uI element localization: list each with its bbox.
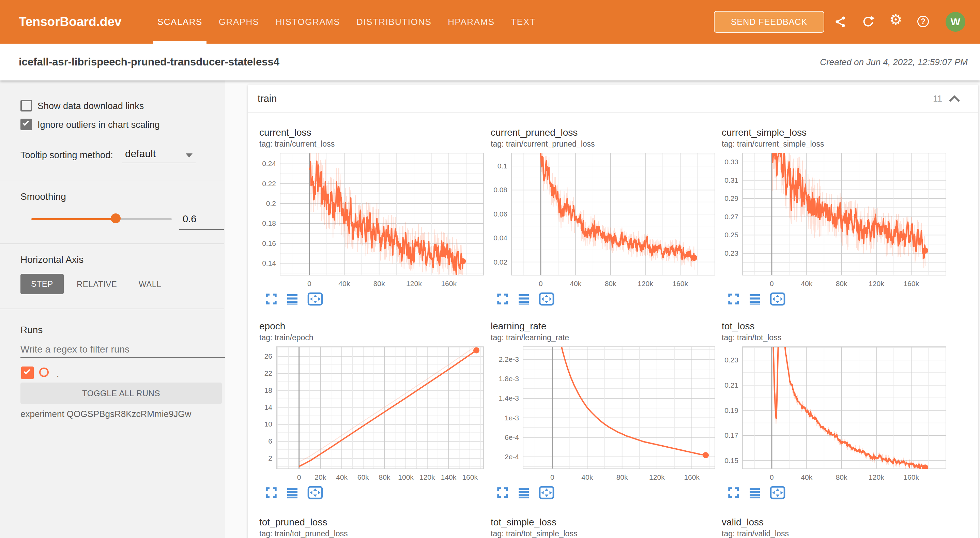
chart-tag: tag: train/learning_rate [491, 333, 716, 342]
show-data-download-links-checkbox[interactable] [21, 100, 32, 112]
toggle-all-runs-button[interactable]: TOGGLE ALL RUNS [21, 383, 222, 404]
ignore-outliers-checkbox[interactable] [21, 119, 32, 130]
train-group-header[interactable]: train 11 [248, 85, 978, 112]
scalar-chart-card: tot_pruned_loss tag: train/tot_pruned_lo… [259, 517, 484, 538]
svg-text:14: 14 [264, 403, 273, 411]
scalar-chart-card: current_pruned_loss tag: train/current_p… [491, 127, 716, 306]
toggle-y-axis-icon[interactable] [749, 293, 761, 305]
experiment-id-label: experiment QOGSPBgsR8KzcRMmie9JGw [21, 409, 191, 419]
fullscreen-icon[interactable] [265, 487, 277, 499]
chart-plot[interactable]: 262218141062020k40k60k80k100k120k140k160… [259, 345, 484, 485]
toggle-y-axis-icon[interactable] [286, 293, 299, 305]
svg-text:80k: 80k [836, 279, 848, 287]
settings-sidebar: Show data download links Ignore outliers… [0, 80, 225, 538]
svg-text:0.08: 0.08 [493, 186, 508, 194]
fullscreen-icon[interactable] [265, 293, 277, 305]
ignore-outliers-label: Ignore outliers in chart scaling [38, 120, 160, 130]
fit-domain-icon[interactable] [539, 486, 554, 500]
svg-text:0.02: 0.02 [493, 258, 508, 266]
app-header: TensorBoard.dev SCALARS GRAPHS HISTOGRAM… [0, 0, 980, 44]
send-feedback-button[interactable]: SEND FEEDBACK [714, 11, 824, 33]
chart-plot[interactable]: 0.330.310.290.270.250.23040k80k120k160k [722, 151, 947, 292]
svg-text:0: 0 [297, 473, 301, 481]
toggle-y-axis-icon[interactable] [518, 487, 530, 499]
run-checkbox[interactable] [21, 367, 34, 379]
chart-title: tot_simple_loss [491, 517, 716, 528]
svg-text:26: 26 [264, 352, 272, 360]
chart-title: tot_loss [722, 321, 947, 332]
brand-logo[interactable]: TensorBoard.dev [19, 0, 122, 44]
chart-plot[interactable]: 0.10.080.060.040.02040k80k120k160k [491, 151, 716, 292]
chevron-down-icon[interactable] [186, 153, 192, 158]
fullscreen-icon[interactable] [727, 487, 740, 499]
toggle-y-axis-icon[interactable] [286, 487, 299, 499]
tab-scalars[interactable]: SCALARS [153, 0, 207, 44]
chevron-up-icon[interactable] [949, 96, 960, 102]
experiment-title: icefall-asr-librispeech-pruned-transduce… [19, 44, 279, 80]
chart-toolbar [496, 486, 716, 500]
scalar-chart-card: valid_loss tag: train/valid_loss [722, 517, 947, 538]
smoothing-slider-fill [31, 218, 116, 220]
svg-text:2e-4: 2e-4 [505, 453, 519, 461]
chart-title: current_loss [259, 127, 484, 139]
chart-tag: tag: train/valid_loss [722, 529, 947, 538]
share-icon[interactable] [835, 16, 847, 28]
smoothing-value[interactable]: 0.6 [183, 214, 196, 225]
runs-filter-input[interactable] [21, 342, 225, 358]
help-icon[interactable]: ? [917, 16, 929, 28]
chart-plot[interactable]: 2.2e-31.8e-31.4e-31e-36e-42e-4040k80k120… [491, 345, 716, 485]
fullscreen-icon[interactable] [496, 293, 509, 305]
nav-tabs: SCALARS GRAPHS HISTOGRAMS DISTRIBUTIONS … [149, 0, 544, 44]
tab-distributions[interactable]: DISTRIBUTIONS [352, 0, 436, 44]
fit-domain-icon[interactable] [770, 486, 786, 500]
axis-wall-button[interactable]: WALL [139, 279, 161, 289]
chart-tag: tag: train/tot_simple_loss [491, 529, 716, 538]
chart-toolbar [496, 292, 716, 306]
chart-title: current_simple_loss [722, 127, 947, 139]
svg-text:0: 0 [770, 279, 774, 287]
fit-domain-icon[interactable] [307, 292, 323, 306]
fit-domain-icon[interactable] [770, 292, 786, 306]
svg-text:0.23: 0.23 [724, 356, 738, 364]
chart-tag: tag: train/current_pruned_loss [491, 139, 716, 148]
tooltip-sorting-label: Tooltip sorting method: [21, 150, 113, 161]
smoothing-slider-track[interactable] [31, 218, 172, 220]
tab-histograms[interactable]: HISTOGRAMS [272, 0, 344, 44]
tooltip-sorting-dropdown[interactable]: default [125, 148, 156, 160]
created-timestamp: Created on Jun 4, 2022, 12:59:07 PM [820, 44, 968, 80]
fit-domain-icon[interactable] [307, 486, 323, 500]
toggle-y-axis-icon[interactable] [749, 487, 761, 499]
chart-plot[interactable]: 0.230.210.190.170.15040k80k120k160k [722, 345, 947, 485]
svg-text:0.24: 0.24 [262, 160, 276, 168]
svg-text:40k: 40k [581, 473, 593, 481]
settings-icon[interactable]: ⚙ [889, 16, 902, 28]
svg-text:160k: 160k [441, 279, 457, 287]
smoothing-slider-knob[interactable] [111, 214, 121, 224]
svg-text:40k: 40k [338, 279, 350, 287]
svg-text:0.33: 0.33 [724, 158, 738, 166]
show-data-download-links-label: Show data download links [38, 101, 144, 112]
tab-graphs[interactable]: GRAPHS [215, 0, 263, 44]
avatar[interactable]: W [946, 12, 965, 32]
svg-text:0.29: 0.29 [724, 194, 738, 202]
svg-text:120k: 120k [638, 279, 653, 287]
fit-domain-icon[interactable] [539, 292, 554, 306]
chart-body: 262218141062020k40k60k80k100k120k140k160… [259, 345, 484, 500]
scalar-chart-card: learning_rate tag: train/learning_rate 2… [491, 321, 716, 500]
chart-body: 0.230.210.190.170.15040k80k120k160k [722, 345, 947, 500]
fullscreen-icon[interactable] [496, 487, 509, 499]
toggle-y-axis-icon[interactable] [518, 293, 530, 305]
group-chart-count: 11 [933, 85, 942, 112]
svg-text:0.31: 0.31 [724, 176, 738, 184]
chart-plot[interactable]: 0.240.220.20.180.160.14040k80k120k160k [259, 151, 484, 292]
axis-step-button[interactable]: STEP [21, 274, 64, 294]
refresh-icon[interactable] [862, 16, 874, 28]
tab-text[interactable]: TEXT [507, 0, 539, 44]
fullscreen-icon[interactable] [727, 293, 740, 305]
chart-toolbar [727, 292, 947, 306]
axis-relative-button[interactable]: RELATIVE [77, 279, 117, 289]
tab-hparams[interactable]: HPARAMS [444, 0, 498, 44]
svg-text:18: 18 [264, 386, 272, 394]
svg-text:0: 0 [307, 279, 312, 287]
run-color-swatch [39, 367, 49, 377]
